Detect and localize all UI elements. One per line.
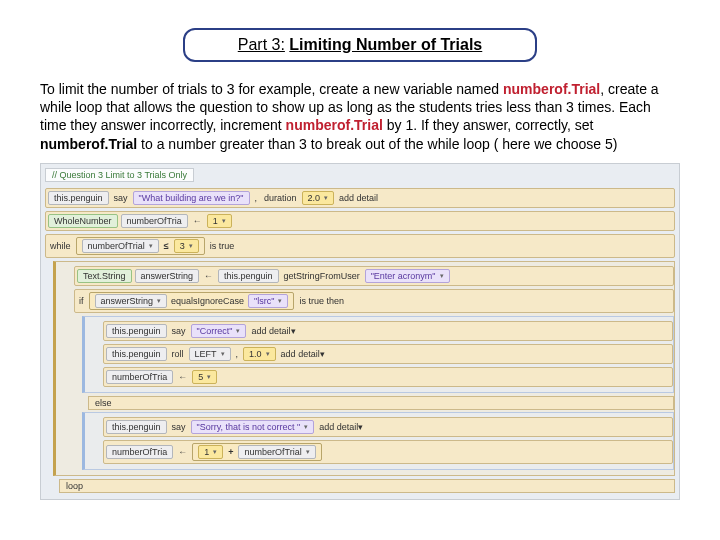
obj-penguin[interactable]: this.penguin [106,324,167,338]
string-sorry[interactable]: "Sorry, that is not correct "▾ [191,420,315,434]
if-var[interactable]: answerString▾ [95,294,168,308]
var-numberoftrial-expr[interactable]: numberOfTrial▾ [238,445,315,459]
para-t1: To limit the number of trials to 3 for e… [40,81,503,97]
value-1[interactable]: 1▾ [198,445,223,459]
method-say: say [170,422,188,432]
body-paragraph: To limit the number of trials to 3 for e… [40,80,680,153]
dir-left[interactable]: LEFT▾ [189,347,231,361]
para-t4: to a number greater than 3 to break out … [137,136,617,152]
type-wholenumber[interactable]: WholeNumber [48,214,118,228]
say-correct-row[interactable]: this.penguin say "Correct"▾ add detail▾ [103,321,673,341]
op-le: ≤ [161,241,172,251]
assign: ← [176,447,189,457]
set-5-row[interactable]: numberOfTria ← 5▾ [103,367,673,387]
expr-add[interactable]: 1▾ + numberOfTrial▾ [192,443,321,461]
title-main: Limiting Number of Trials [289,36,482,53]
var-answerstring[interactable]: answerString [135,269,200,283]
add-detail[interactable]: add detail▾ [317,422,365,432]
duration-value[interactable]: 2.0▾ [302,191,335,205]
while-tail: is true [208,241,237,251]
while-body: Text.String answerString ← this.penguin … [53,261,675,476]
var-numberoftrial[interactable]: numberOfTria [106,445,173,459]
object-this-penguin[interactable]: this.penguin [48,191,109,205]
obj-penguin[interactable]: this.penguin [218,269,279,283]
amount-1[interactable]: 1.0▾ [243,347,276,361]
say-question-row[interactable]: this.penguin say "What building are we i… [45,188,675,208]
string-enter-acronym[interactable]: "Enter acronym"▾ [365,269,450,283]
else-band: else [88,396,674,410]
method-say: say [170,326,188,336]
while-var[interactable]: numberOfTrial▾ [82,239,159,253]
add-detail[interactable]: add detail [337,193,380,203]
assign: ← [191,216,204,226]
code-comment: // Question 3 Limit to 3 Trials Only [45,168,194,182]
title-prefix: Part 3: [238,36,285,53]
comma: , [253,193,260,203]
code-panel: // Question 3 Limit to 3 Trials Only thi… [40,163,680,500]
if-row[interactable]: if answerString▾ equalsIgnoreCase "lsrc"… [74,289,674,313]
add-detail[interactable]: add detail▾ [279,349,327,359]
increment-row[interactable]: numberOfTria ← 1▾ + numberOfTrial▾ [103,440,673,464]
method-roll: roll [170,349,186,359]
roll-row[interactable]: this.penguin roll LEFT▾ , 1.0▾ add detai… [103,344,673,364]
para-t3: by 1. If they answer, correctly, set [383,117,594,133]
obj-penguin[interactable]: this.penguin [106,347,167,361]
string-correct[interactable]: "Correct"▾ [191,324,247,338]
var-numberoftrial[interactable]: numberOfTria [106,370,173,384]
while-keyword: while [48,241,73,251]
assign: ← [202,271,215,281]
declare-answer-row[interactable]: Text.String answerString ← this.penguin … [74,266,674,286]
else-body: this.penguin say "Sorry, that is not cor… [82,412,674,470]
op-plus: + [225,447,236,457]
obj-penguin[interactable]: this.penguin [106,420,167,434]
add-detail[interactable]: add detail▾ [249,326,297,336]
string-question[interactable]: "What building are we in?" [133,191,250,205]
fn-equalsignorecase: equalsIgnoreCase [169,296,246,306]
if-condition[interactable]: answerString▾ equalsIgnoreCase "lsrc"▾ [89,292,295,310]
value-1[interactable]: 1▾ [207,214,232,228]
if-tail: is true then [297,296,346,306]
string-lsrc[interactable]: "lsrc"▾ [248,294,288,308]
if-keyword: if [77,296,86,306]
value-5[interactable]: 5▾ [192,370,217,384]
keyword-numberoftrial-1: numberof.Trial [503,81,600,97]
while-val[interactable]: 3▾ [174,239,199,253]
fn-getstringfromuser: getStringFromUser [282,271,362,281]
type-textstring[interactable]: Text.String [77,269,132,283]
assign: ← [176,372,189,382]
var-numberoftrial[interactable]: numberOfTria [121,214,188,228]
comma: , [234,349,241,359]
if-body: this.penguin say "Correct"▾ add detail▾ … [82,316,674,393]
while-row[interactable]: while numberOfTrial▾ ≤ 3▾ is true [45,234,675,258]
declare-var-row[interactable]: WholeNumber numberOfTria ← 1▾ [45,211,675,231]
title-box: Part 3: Limiting Number of Trials [183,28,537,62]
duration-label: duration [262,193,299,203]
method-say: say [112,193,130,203]
keyword-numberoftrial-2: numberof.Trial [286,117,383,133]
loop-band: loop [59,479,675,493]
keyword-numberoftrial-3: numberof.Trial [40,136,137,152]
while-condition[interactable]: numberOfTrial▾ ≤ 3▾ [76,237,205,255]
say-incorrect-row[interactable]: this.penguin say "Sorry, that is not cor… [103,417,673,437]
